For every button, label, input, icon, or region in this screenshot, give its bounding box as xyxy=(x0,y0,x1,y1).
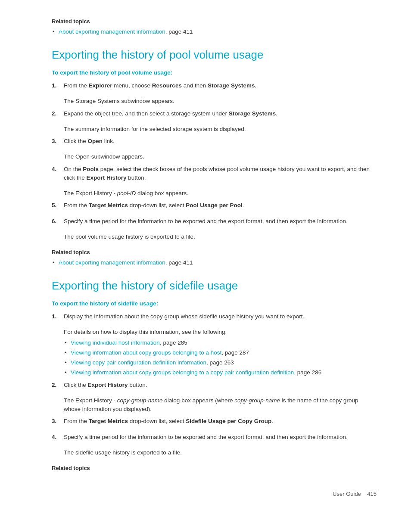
s2-bullet-1-link[interactable]: Viewing individual host information xyxy=(71,339,160,346)
step-4-note: The Export History - pool-ID dialog box … xyxy=(52,189,377,198)
step-6-note: The pool volume usage history is exporte… xyxy=(52,233,377,241)
page-footer: User Guide 415 xyxy=(52,490,377,498)
s2-bullet-2: Viewing information about copy groups be… xyxy=(71,348,377,357)
s2-bullet-1: Viewing individual host information, pag… xyxy=(71,339,377,347)
section1-related-link-page: , page 411 xyxy=(165,259,193,266)
step-1-note: The Storage Systems subwindow appears. xyxy=(52,97,377,106)
s2-bullet-3: Viewing copy pair configuration definiti… xyxy=(71,358,377,367)
step-4-number: 4. xyxy=(52,165,64,174)
top-related-item-1: About exporting management information, … xyxy=(59,28,377,36)
s2-step-1: 1. Display the information about the cop… xyxy=(52,312,377,324)
step-2-content: Expand the object tree, and then select … xyxy=(64,109,377,121)
s2-step-4-number: 4. xyxy=(52,433,64,442)
s2-step-3-number: 3. xyxy=(52,417,64,426)
s2-bullet-4: Viewing information about copy groups be… xyxy=(71,368,377,377)
step-4-pools: Pools xyxy=(83,166,99,172)
section2-related-topics: Related topics xyxy=(52,464,377,473)
s2-step-1-content: Display the information about the copy g… xyxy=(64,312,377,324)
step-1-number: 1. xyxy=(52,81,64,90)
s2-step-4-note: The sidefile usage history is exported t… xyxy=(52,448,377,457)
top-related-link-1[interactable]: About exporting management information xyxy=(59,28,165,35)
section-pool-volume-usage: Exporting the history of pool volume usa… xyxy=(52,47,377,267)
section1-subsection-title: To export the history of pool volume usa… xyxy=(52,68,377,77)
step-2: 2. Expand the object tree, and then sele… xyxy=(52,109,377,121)
s2-step-4: 4. Specify a time period for the informa… xyxy=(52,433,377,444)
step-1-resources: Resources xyxy=(152,82,182,89)
s2-step-3: 3. From the Target Metrics drop-down lis… xyxy=(52,417,377,428)
s2-step-1-bullets: Viewing individual host information, pag… xyxy=(64,339,377,377)
s2-step-2-export-history: Export History xyxy=(88,382,128,388)
top-related-topics: Related topics About exporting managemen… xyxy=(52,17,377,36)
section1-title: Exporting the history of pool volume usa… xyxy=(52,47,377,63)
section1-related-item-1: About exporting management information, … xyxy=(59,258,377,267)
step-1-content: From the Explorer menu, choose Resources… xyxy=(64,81,377,93)
step-4-export-history: Export History xyxy=(87,174,127,181)
step-1-storage-systems: Storage Systems xyxy=(208,82,255,89)
step-4-content: On the Pools page, select the check boxe… xyxy=(64,165,377,185)
section2-related-label: Related topics xyxy=(52,464,377,473)
top-related-list: About exporting management information, … xyxy=(52,28,377,36)
s2-step-2-number: 2. xyxy=(52,381,64,389)
footer-page-number: 415 xyxy=(367,491,377,497)
step-5: 5. From the Target Metrics drop-down lis… xyxy=(52,201,377,212)
s2-step-1-note: For details on how to display this infor… xyxy=(52,328,377,377)
s2-step-2-note: The Export History - copy-group-name dia… xyxy=(52,396,377,414)
step-4: 4. On the Pools page, select the check b… xyxy=(52,165,377,185)
s2-step-3-content: From the Target Metrics drop-down list, … xyxy=(64,417,377,428)
step-5-number: 5. xyxy=(52,201,64,210)
step-1: 1. From the Explorer menu, choose Resour… xyxy=(52,81,377,93)
section1-related-label: Related topics xyxy=(52,248,377,257)
s2-bullet-2-link[interactable]: Viewing information about copy groups be… xyxy=(71,349,221,356)
section1-related-list: About exporting management information, … xyxy=(52,258,377,267)
step-6: 6. Specify a time period for the informa… xyxy=(52,217,377,228)
footer-label: User Guide xyxy=(333,491,361,497)
step-5-content: From the Target Metrics drop-down list, … xyxy=(64,201,377,212)
s2-step-3-target-metrics: Target Metrics xyxy=(89,418,128,424)
section2-title: Exporting the history of sidefile usage xyxy=(52,277,377,294)
s2-step-4-content: Specify a time period for the informatio… xyxy=(64,433,377,444)
section2-subsection-title: To export the history of sidefile usage: xyxy=(52,299,377,308)
section1-related-link[interactable]: About exporting management information xyxy=(59,259,165,266)
section1-related-topics: Related topics About exporting managemen… xyxy=(52,248,377,267)
step-3-open: Open xyxy=(88,138,103,144)
step-6-content: Specify a time period for the informatio… xyxy=(64,217,377,228)
s2-bullet-4-link[interactable]: Viewing information about copy groups be… xyxy=(71,369,294,376)
step-3-note: The Open subwindow appears. xyxy=(52,152,377,161)
step-3: 3. Click the Open link. xyxy=(52,137,377,148)
step-2-note: The summary information for the selected… xyxy=(52,125,377,134)
top-related-link-1-page: , page 411 xyxy=(165,28,193,35)
s2-step-3-sidefile-usage: Sidefile Usage per Copy Group xyxy=(186,418,271,424)
step-1-explorer: Explorer xyxy=(89,82,112,89)
s2-step-2: 2. Click the Export History button. xyxy=(52,381,377,392)
section1-steps: 1. From the Explorer menu, choose Resour… xyxy=(52,81,377,241)
step-5-target-metrics: Target Metrics xyxy=(89,202,128,208)
s2-bullet-3-link[interactable]: Viewing copy pair configuration definiti… xyxy=(71,359,206,366)
step-6-number: 6. xyxy=(52,217,64,226)
step-5-pool-usage: Pool Usage per Pool xyxy=(186,202,242,208)
related-topics-label-top: Related topics xyxy=(52,17,377,26)
step-3-number: 3. xyxy=(52,137,64,146)
step-2-storage-systems: Storage Systems xyxy=(229,110,276,117)
s2-step-1-number: 1. xyxy=(52,312,64,321)
step-2-number: 2. xyxy=(52,109,64,118)
section2-steps: 1. Display the information about the cop… xyxy=(52,312,377,457)
section-sidefile-usage: Exporting the history of sidefile usage … xyxy=(52,277,377,473)
s2-step-2-content: Click the Export History button. xyxy=(64,381,377,392)
step-3-content: Click the Open link. xyxy=(64,137,377,148)
